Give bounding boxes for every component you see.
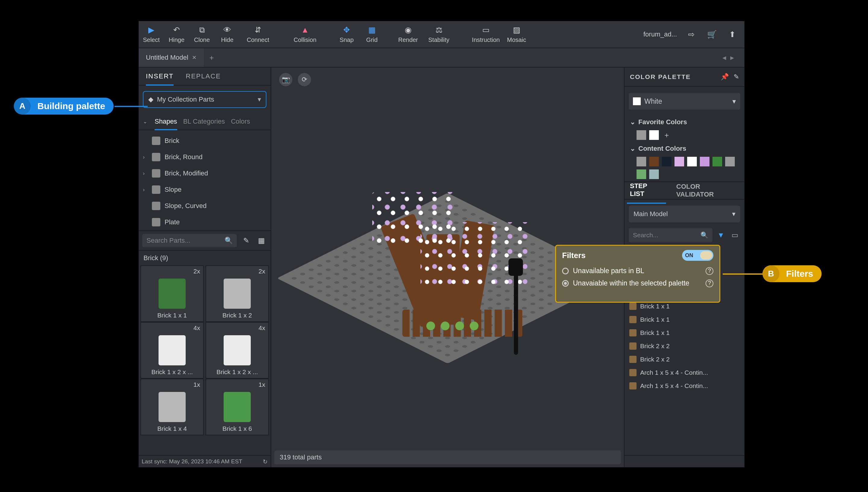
help-icon[interactable]: ?	[706, 267, 713, 275]
radio-icon	[562, 268, 569, 274]
camera-icon[interactable]: 📷	[279, 73, 292, 86]
tool-hinge[interactable]: ↶Hinge	[164, 21, 189, 48]
3d-model	[312, 132, 583, 403]
callout-connector-a	[114, 106, 148, 107]
color-swatch[interactable]	[713, 157, 722, 166]
tab-bl-categories[interactable]: BL Categories	[183, 118, 225, 125]
tool-mosaic[interactable]: ▨Mosaic	[504, 21, 529, 48]
main-toolbar: ▶Select ↶Hinge ⧉Clone 👁Hide ⇵Connect ▲Co…	[138, 21, 744, 48]
add-tab-button[interactable]: ＋	[204, 50, 220, 66]
color-swatch[interactable]	[674, 157, 684, 166]
collapse-icon[interactable]: ⌄	[143, 118, 147, 125]
shape-category-tabs: ⌄ Shapes BL Categories Colors	[138, 113, 271, 130]
filter-icon[interactable]: ▼	[715, 230, 726, 241]
export-icon[interactable]: ⇨	[685, 28, 697, 41]
color-palette-header: COLOR PALETTE 📌 ✎	[624, 68, 744, 87]
parts-search-input[interactable]: Search Parts... 🔍	[142, 234, 237, 247]
callout-filters: B Filters	[763, 265, 822, 282]
username[interactable]: forum_ad...	[643, 30, 677, 38]
step-item[interactable]: Brick 2 x 2	[627, 353, 742, 366]
cart-icon[interactable]: 🛒	[706, 28, 718, 41]
shape-item[interactable]: Slope, Curved	[138, 198, 271, 214]
chevron-down-icon: ▾	[732, 97, 736, 105]
vr-icon[interactable]: ▭	[730, 230, 740, 241]
tool-connect[interactable]: ⇵Connect	[240, 21, 276, 48]
document-tab-label: Untitled Model	[146, 54, 188, 62]
tab-colors[interactable]: Colors	[231, 118, 250, 125]
callout-building-palette: A Building palette	[14, 98, 113, 115]
part-card[interactable]: 4xBrick 1 x 2 x ...	[206, 322, 269, 379]
tab-nav-arrows[interactable]: ◀▶	[717, 55, 744, 60]
color-swatch[interactable]	[649, 157, 659, 166]
filter-option-palette[interactable]: Unavaiable within the selected palette ?	[562, 279, 713, 287]
close-tab-icon[interactable]: ✕	[192, 54, 197, 61]
tool-grid[interactable]: ▦Grid	[359, 21, 385, 48]
step-list-footer	[624, 455, 744, 467]
tool-hide[interactable]: 👁Hide	[214, 21, 240, 48]
chevron-down-icon: ▾	[732, 210, 735, 218]
step-item[interactable]: Arch 1 x 5 x 4 - Contin...	[627, 379, 742, 393]
help-icon[interactable]: ?	[706, 279, 713, 287]
color-swatch[interactable]	[687, 157, 697, 166]
step-search-row: Search... 🔍 ▼ ▭	[629, 228, 740, 242]
tool-select[interactable]: ▶Select	[138, 21, 164, 48]
search-icon: 🔍	[225, 237, 233, 245]
tool-instruction[interactable]: ▭Instruction	[468, 21, 504, 48]
color-swatch[interactable]	[725, 157, 735, 166]
color-swatch[interactable]	[700, 157, 710, 166]
part-card[interactable]: 2xBrick 1 x 2	[206, 265, 269, 322]
step-item[interactable]: Brick 2 x 2	[627, 340, 742, 353]
step-item[interactable]: Brick 1 x 1	[627, 313, 742, 326]
step-search-input[interactable]: Search... 🔍	[629, 228, 713, 242]
upload-icon[interactable]: ⬆	[726, 28, 738, 41]
tool-clone[interactable]: ⧉Clone	[189, 21, 214, 48]
tab-insert[interactable]: INSERT	[146, 68, 174, 85]
collapse-icon[interactable]: ⌄	[630, 145, 635, 152]
orbit-icon[interactable]: ⟳	[298, 73, 311, 86]
tool-stability[interactable]: ⚖Stability	[421, 21, 457, 48]
step-item[interactable]: Arch 1 x 5 x 4 - Contin...	[627, 366, 742, 379]
color-swatch[interactable]	[637, 157, 646, 166]
filters-title: Filters	[562, 251, 586, 260]
shape-item[interactable]: Brick	[138, 133, 271, 149]
step-item[interactable]: Brick 1 x 1	[627, 326, 742, 340]
eyedropper-icon[interactable]: ✎	[734, 73, 739, 81]
add-favorite-button[interactable]: ＋	[662, 130, 671, 140]
tool-snap[interactable]: ✥Snap	[334, 21, 359, 48]
parts-grid[interactable]: 2xBrick 1 x 12xBrick 1 x 24xBrick 1 x 2 …	[138, 265, 271, 455]
shape-item[interactable]: ›Brick, Modified	[138, 165, 271, 181]
part-card[interactable]: 1xBrick 1 x 6	[206, 379, 269, 435]
shape-list[interactable]: Brick›Brick, Round›Brick, Modified›Slope…	[138, 130, 271, 230]
refresh-icon[interactable]: ↻	[263, 458, 267, 465]
document-tab[interactable]: Untitled Model ✕	[138, 48, 204, 67]
tab-replace[interactable]: REPLACE	[186, 72, 221, 80]
shape-item[interactable]: Plate	[138, 214, 271, 230]
shape-item[interactable]: ›Slope	[138, 181, 271, 198]
parts-grid-title: Brick (9)	[138, 251, 271, 265]
pin-icon[interactable]: 📌	[721, 73, 729, 81]
color-swatch	[633, 97, 641, 105]
filters-toggle[interactable]: ON	[682, 250, 713, 261]
part-card[interactable]: 4xBrick 1 x 2 x ...	[141, 322, 204, 379]
palette-selector-label: My Collection Parts	[157, 96, 214, 103]
palette-selector[interactable]: ◆ My Collection Parts ▾	[143, 91, 266, 108]
filter-option-bl[interactable]: Unavailable parts in BL ?	[562, 267, 713, 275]
tool-collision[interactable]: ▲Collision	[287, 21, 323, 48]
part-card[interactable]: 2xBrick 1 x 1	[141, 265, 204, 322]
color-selector[interactable]: White ▾	[629, 93, 740, 110]
color-swatch[interactable]	[662, 157, 671, 166]
color-swatch[interactable]	[649, 130, 659, 140]
edit-icon[interactable]: ✎	[240, 235, 252, 246]
tab-shapes[interactable]: Shapes	[155, 113, 177, 130]
grid-view-icon[interactable]: ▦	[256, 235, 267, 246]
collapse-icon[interactable]: ⌄	[630, 118, 635, 126]
color-name: White	[644, 97, 662, 105]
shape-item[interactable]: ›Brick, Round	[138, 149, 271, 165]
color-swatch[interactable]	[637, 130, 646, 140]
step-model-selector[interactable]: Main Model ▾	[629, 205, 740, 222]
tab-step-list[interactable]: STEP LIST	[627, 177, 666, 204]
tool-render[interactable]: ◉Render	[395, 21, 421, 48]
part-card[interactable]: 1xBrick 1 x 4	[141, 379, 204, 435]
tab-color-validator[interactable]: COLOR VALIDATOR	[673, 178, 742, 203]
user-area: forum_ad... ⇨ 🛒 ⬆	[643, 28, 744, 41]
